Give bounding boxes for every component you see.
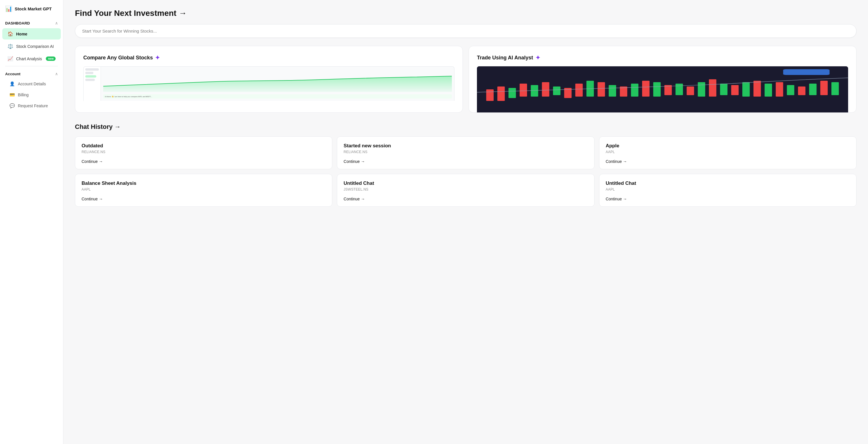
chat-card-started-new[interactable]: Started new session RELIANCE.NS Continue… xyxy=(337,137,594,169)
sidebar-item-chart-analysis[interactable]: 📈 Chart Analysis new xyxy=(2,53,61,64)
svg-rect-28 xyxy=(787,85,794,95)
sidebar-item-home-label: Home xyxy=(16,32,27,36)
svg-rect-4 xyxy=(520,84,527,96)
sparkle-icon-2: ✦ xyxy=(535,54,540,61)
chat-card-untitled2-subtitle: AAPL xyxy=(606,187,850,191)
mini-chart: Hi there 👋 I am here to help you compare… xyxy=(84,67,454,101)
continue-link-untitled2[interactable]: Continue → xyxy=(606,197,850,201)
sparkle-icon-1: ✦ xyxy=(155,54,160,61)
sidebar: 📊 Stock Market GPT DASHBOARD ∧ 🏠 Home ⚖️… xyxy=(0,0,63,444)
chat-card-balance-subtitle: AAPL xyxy=(82,187,326,191)
feature-cards-grid: Compare Any Global Stocks ✦ xyxy=(75,46,857,113)
mini-sidebar xyxy=(84,67,101,101)
svg-rect-33 xyxy=(783,69,830,75)
svg-rect-22 xyxy=(720,84,727,95)
svg-rect-7 xyxy=(553,87,560,95)
continue-link-apple[interactable]: Continue → xyxy=(606,159,850,164)
app-name: Stock Market GPT xyxy=(15,6,52,11)
sidebar-item-request-feature[interactable]: 💬 Request Feature xyxy=(2,100,61,111)
svg-rect-24 xyxy=(742,82,750,96)
continue-link-started[interactable]: Continue → xyxy=(343,159,588,164)
compare-card-preview: Hi there 👋 I am here to help you compare… xyxy=(83,66,455,101)
chat-card-untitled1-title: Untitled Chat xyxy=(343,180,588,186)
app-logo[interactable]: 📊 Stock Market GPT xyxy=(0,0,63,17)
sidebar-item-stock-comparison-label: Stock Comparison AI xyxy=(16,44,54,49)
sidebar-item-stock-comparison[interactable]: ⚖️ Stock Comparison AI xyxy=(2,41,61,52)
mini-chart-svg xyxy=(103,69,452,92)
chat-card-apple-subtitle: AAPL xyxy=(606,150,850,154)
continue-link-untitled1[interactable]: Continue → xyxy=(343,197,588,201)
svg-rect-27 xyxy=(776,82,783,96)
svg-rect-2 xyxy=(497,87,505,101)
chat-card-balance-sheet[interactable]: Balance Sheet Analysis AAPL Continue → xyxy=(75,174,332,207)
mini-nav-1 xyxy=(85,68,99,71)
svg-rect-19 xyxy=(687,87,694,95)
billing-label: Billing xyxy=(18,93,29,97)
page-title: Find Your Next Investment → xyxy=(75,9,857,18)
trade-card-preview xyxy=(477,66,848,113)
chat-card-outdated-title: Outdated xyxy=(82,143,326,149)
chat-history-section-title: Chat History → xyxy=(75,123,857,130)
chat-card-untitled1-subtitle: JSWSTEEL.NS xyxy=(343,187,588,191)
chat-card-untitled-2[interactable]: Untitled Chat AAPL Continue → xyxy=(599,174,857,207)
svg-rect-18 xyxy=(676,84,683,95)
svg-rect-16 xyxy=(653,82,661,96)
svg-rect-29 xyxy=(798,87,805,95)
chat-card-started-title: Started new session xyxy=(343,143,588,149)
sidebar-divider xyxy=(5,66,58,66)
svg-rect-3 xyxy=(508,88,516,98)
svg-rect-32 xyxy=(831,82,839,95)
trade-card-title: Trade Using AI Analyst ✦ xyxy=(477,54,848,61)
sidebar-item-billing[interactable]: 💳 Billing xyxy=(2,90,61,100)
chat-card-apple[interactable]: Apple AAPL Continue → xyxy=(599,137,857,169)
svg-rect-23 xyxy=(731,85,739,95)
comparison-icon: ⚖️ xyxy=(7,43,13,49)
svg-rect-5 xyxy=(531,85,538,96)
svg-rect-31 xyxy=(820,81,828,95)
svg-rect-30 xyxy=(809,84,817,95)
sidebar-item-home[interactable]: 🏠 Home xyxy=(2,28,61,39)
svg-rect-26 xyxy=(765,84,772,96)
chat-card-outdated[interactable]: Outdated RELIANCE.NS Continue → xyxy=(75,137,332,169)
svg-rect-20 xyxy=(698,82,705,96)
account-section-header: Account ∧ xyxy=(0,67,63,79)
svg-rect-6 xyxy=(542,82,549,96)
logo-icon: 📊 xyxy=(5,5,12,12)
sidebar-item-chart-label: Chart Analysis xyxy=(16,57,42,61)
svg-rect-13 xyxy=(620,87,627,96)
chat-card-untitled-1[interactable]: Untitled Chat JSWSTEEL.NS Continue → xyxy=(337,174,594,207)
chat-card-started-subtitle: RELIANCE.NS xyxy=(343,150,588,154)
request-icon: 💬 xyxy=(9,103,15,109)
new-badge: new xyxy=(46,57,55,61)
compare-card[interactable]: Compare Any Global Stocks ✦ xyxy=(75,46,463,113)
home-icon: 🏠 xyxy=(7,31,13,37)
main-content: Find Your Next Investment → Compare Any … xyxy=(63,0,868,444)
chat-card-untitled2-title: Untitled Chat xyxy=(606,180,850,186)
request-feature-label: Request Feature xyxy=(18,103,48,108)
svg-rect-17 xyxy=(664,85,672,95)
svg-rect-1 xyxy=(486,89,494,101)
chat-history-grid: Outdated RELIANCE.NS Continue → Started … xyxy=(75,137,857,207)
billing-icon: 💳 xyxy=(9,92,15,97)
dashboard-section-header: DASHBOARD ∧ xyxy=(0,17,63,28)
trade-card[interactable]: Trade Using AI Analyst ✦ xyxy=(469,46,857,113)
mini-nav-4 xyxy=(85,79,95,81)
continue-link-outdated[interactable]: Continue → xyxy=(82,159,326,164)
chart-icon: 📈 xyxy=(7,56,13,61)
sidebar-item-account-details[interactable]: 👤 Account Details xyxy=(2,79,61,89)
mini-nav-2 xyxy=(85,72,93,74)
svg-rect-25 xyxy=(753,81,761,96)
account-details-label: Account Details xyxy=(18,82,46,86)
svg-rect-14 xyxy=(631,84,639,96)
compare-card-title: Compare Any Global Stocks ✦ xyxy=(83,54,455,61)
mini-chat-sim: Hi there 👋 I am here to help you compare… xyxy=(103,94,452,98)
svg-rect-9 xyxy=(575,84,583,96)
mini-main: Hi there 👋 I am here to help you compare… xyxy=(101,67,454,101)
chat-card-balance-title: Balance Sheet Analysis xyxy=(82,180,326,186)
mini-nav-3 xyxy=(85,75,96,78)
chat-card-outdated-subtitle: RELIANCE.NS xyxy=(82,150,326,154)
search-input[interactable] xyxy=(75,24,857,38)
svg-rect-12 xyxy=(609,85,616,96)
chat-card-apple-title: Apple xyxy=(606,143,850,149)
continue-link-balance[interactable]: Continue → xyxy=(82,197,326,201)
